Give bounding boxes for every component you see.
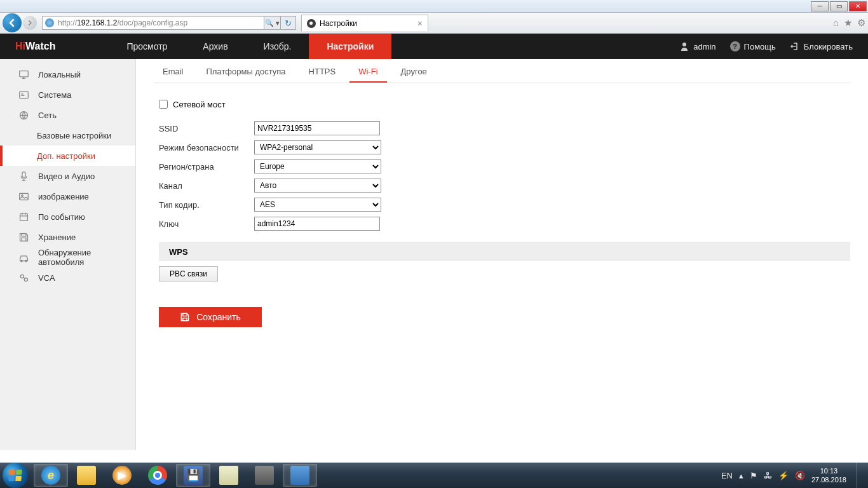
notepad-icon	[219, 466, 238, 485]
wifi-form: Сетевой мост SSID Режим безопасности WPA…	[154, 83, 850, 327]
sidebar-item-advanced-settings[interactable]: Доп. настройки	[0, 146, 135, 166]
sidebar-label: VCA	[38, 273, 55, 283]
tab-email[interactable]: Email	[154, 62, 193, 83]
logout-button[interactable]: Блокировать	[790, 41, 853, 51]
user-menu[interactable]: admin	[679, 41, 715, 51]
logo-hi: Hi	[15, 41, 25, 51]
svg-rect-15	[183, 318, 187, 321]
sidebar-item-system[interactable]: Система	[0, 85, 135, 105]
calendar-icon	[18, 211, 29, 222]
tray-volume-icon[interactable]: 🔇	[795, 471, 805, 480]
show-desktop-button[interactable]	[857, 463, 863, 488]
sidebar-item-vehicle[interactable]: Обнаружение автомобиля	[0, 247, 135, 268]
taskbar-explorer[interactable]	[69, 464, 104, 487]
channel-select[interactable]: Авто	[254, 179, 381, 193]
wps-section: WPS PBC связи	[159, 242, 850, 281]
ssid-input[interactable]	[254, 121, 380, 135]
svg-rect-14	[183, 313, 187, 316]
taskbar: e ▶ 💾 EN ▴ ⚑ 🖧 ⚡ 🔇 10:13 27.08.2018	[0, 463, 868, 488]
tab-favicon-icon	[307, 19, 316, 28]
region-select[interactable]: Europe	[254, 159, 381, 173]
tray-battery-icon[interactable]: ⚡	[778, 471, 789, 480]
browser-address-bar[interactable]: http://192.168.1.2/doc/page/config.asp	[42, 16, 264, 30]
cube-icon	[255, 466, 274, 485]
sidebar-item-image[interactable]: изображение	[0, 186, 135, 207]
bridge-row: Сетевой мост	[159, 95, 850, 114]
nav-config[interactable]: Настройки	[309, 34, 391, 59]
taskbar-app2[interactable]	[212, 464, 246, 487]
ssid-label: SSID	[159, 124, 254, 133]
sidebar-item-network[interactable]: Сеть	[0, 105, 135, 125]
browser-toolbar: http://192.168.1.2/doc/page/config.asp 🔍…	[0, 13, 868, 34]
help-button[interactable]: ? Помощь	[730, 41, 776, 51]
sidebar-item-local[interactable]: Локальный	[0, 64, 135, 85]
browser-search-button[interactable]: 🔍 ▾	[264, 16, 281, 30]
channel-label: Канал	[159, 181, 254, 191]
sidebar: Локальный Система Сеть Базовые настройки…	[0, 59, 136, 450]
taskbar-app1[interactable]: 💾	[176, 464, 210, 487]
sidebar-item-vca[interactable]: VCA	[0, 268, 135, 288]
browser-refresh-button[interactable]: ↻	[281, 16, 296, 30]
tab-close-button[interactable]: ×	[417, 18, 423, 29]
key-label: Ключ	[159, 219, 254, 229]
tray-date: 27.08.2018	[811, 475, 846, 484]
windows-logo-icon	[8, 470, 22, 481]
main-panel: Email Платформы доступа HTTPS Wi-Fi Друг…	[136, 59, 868, 450]
globe-icon	[18, 109, 29, 121]
nav-picture[interactable]: Изобр.	[246, 34, 309, 59]
tab-wifi[interactable]: Wi-Fi	[349, 62, 386, 83]
sidebar-item-basic-settings[interactable]: Базовые настройки	[0, 125, 135, 146]
tray-clock[interactable]: 10:13 27.08.2018	[811, 466, 846, 485]
sidebar-item-storage[interactable]: Хранение	[0, 227, 135, 247]
settings-gear-icon[interactable]: ⚙	[857, 17, 865, 29]
url-path: /doc/page/config.asp	[117, 18, 187, 27]
sidebar-item-event[interactable]: По событию	[0, 207, 135, 227]
window-minimize-button[interactable]: ─	[811, 1, 829, 11]
browser-back-button[interactable]	[3, 13, 22, 32]
region-label: Регион/страна	[159, 162, 254, 172]
window-maximize-button[interactable]: ▭	[830, 1, 848, 11]
sidebar-label: Базовые настройки	[37, 131, 111, 140]
favorites-icon[interactable]: ★	[844, 17, 852, 29]
taskbar-app3[interactable]	[247, 464, 281, 487]
window-close-button[interactable]: ✕	[849, 1, 867, 11]
disk-icon: 💾	[184, 466, 203, 485]
sidebar-label: Локальный	[38, 70, 81, 79]
browser-tab[interactable]: Настройки ×	[301, 15, 428, 31]
car-icon	[18, 252, 29, 263]
sub-tabs: Email Платформы доступа HTTPS Wi-Fi Друг…	[154, 59, 850, 83]
tab-platform-access[interactable]: Платформы доступа	[198, 62, 295, 83]
sidebar-label: По событию	[38, 212, 85, 222]
key-input[interactable]	[254, 217, 380, 231]
browser-forward-button[interactable]	[23, 16, 37, 30]
sidebar-label: Видео и Аудио	[38, 172, 95, 181]
taskbar-mediaplayer[interactable]: ▶	[105, 464, 139, 487]
tray-lang[interactable]: EN	[721, 471, 733, 480]
home-icon[interactable]: ⌂	[833, 17, 839, 29]
tray-flag-icon[interactable]: ⚑	[750, 471, 757, 480]
tray-expand-icon[interactable]: ▴	[739, 471, 743, 480]
logout-icon	[790, 41, 800, 51]
bridge-checkbox[interactable]	[159, 100, 168, 109]
url-prefix: http://	[58, 18, 77, 27]
encrypt-select[interactable]: AES	[254, 198, 381, 212]
image-icon	[18, 191, 29, 202]
nav-playback[interactable]: Архив	[185, 34, 245, 59]
taskbar-ie[interactable]: e	[34, 464, 68, 487]
wps-header: WPS	[159, 242, 850, 261]
tray-network-icon[interactable]: 🖧	[764, 471, 772, 480]
save-icon	[180, 312, 190, 322]
start-button[interactable]	[3, 463, 28, 488]
taskbar-chrome[interactable]	[140, 464, 175, 487]
taskbar-app4[interactable]	[283, 464, 317, 487]
sidebar-label: Обнаружение автомобиля	[38, 248, 135, 267]
pbc-button[interactable]: PBC связи	[159, 266, 218, 281]
system-tray: EN ▴ ⚑ 🖧 ⚡ 🔇 10:13 27.08.2018	[721, 463, 865, 488]
sidebar-item-video-audio[interactable]: Видео и Аудио	[0, 166, 135, 186]
nav-liveview[interactable]: Просмотр	[109, 34, 185, 59]
security-select[interactable]: WPA2-personal	[254, 140, 381, 154]
svg-rect-8	[22, 233, 26, 236]
save-button[interactable]: Сохранить	[159, 307, 262, 327]
tab-https[interactable]: HTTPS	[300, 62, 345, 83]
tab-other[interactable]: Другое	[392, 62, 436, 83]
